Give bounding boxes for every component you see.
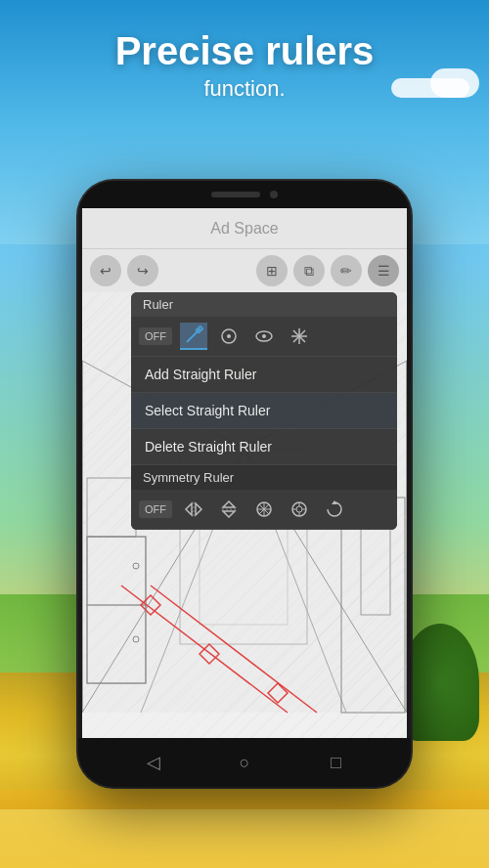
sym-flip-v-button[interactable] (215, 496, 243, 523)
speaker-grille (211, 192, 260, 197)
symmetry-ruler-header: Symmetry Ruler (131, 465, 397, 490)
ad-text: Ad Space (210, 220, 278, 238)
front-camera (270, 191, 278, 198)
copy-button[interactable]: ⧉ (293, 255, 325, 286)
add-straight-ruler-item[interactable]: Add Straight Ruler (131, 357, 397, 393)
phone-top-bar (78, 181, 411, 208)
symmetry-icons-row: OFF (131, 490, 397, 530)
ellipse-ruler-icon (254, 326, 274, 346)
ruler-icons-row: OFF (131, 317, 397, 357)
sym-flip-v-icon (219, 499, 239, 519)
ruler-section-header: Ruler (131, 292, 397, 317)
home-button[interactable]: ○ (233, 751, 256, 774)
heading-title: Precise rulers (0, 29, 489, 72)
radial-ruler-button[interactable] (286, 323, 313, 350)
recent-apps-button[interactable]: □ (324, 751, 347, 774)
svg-point-50 (296, 506, 302, 512)
circle-ruler-icon (219, 326, 239, 346)
svg-point-31 (227, 334, 231, 338)
trees-bg (401, 624, 479, 741)
undo-button[interactable]: ↩ (90, 255, 121, 286)
ellipse-ruler-button[interactable] (250, 323, 278, 350)
radial-ruler-icon (289, 326, 309, 346)
sym-radial-icon (254, 499, 274, 519)
sym-rotate-icon (325, 499, 344, 519)
heading-container: Precise rulers function. (0, 29, 489, 102)
heading-subtitle: function. (0, 76, 489, 102)
phone-frame: Ad Space ↩ ↪ ⊞ ⧉ ✏ ☰ Ruler OFF (78, 181, 411, 787)
layer-button[interactable]: ⊞ (256, 255, 288, 286)
redo-button[interactable]: ↪ (127, 255, 158, 286)
sym-radial-button[interactable] (250, 496, 278, 523)
svg-marker-42 (223, 511, 235, 517)
sym-mandala-icon (289, 499, 309, 519)
sym-flip-h-icon (184, 499, 203, 519)
svg-marker-38 (186, 503, 192, 515)
delete-straight-ruler-item[interactable]: Delete Straight Ruler (131, 429, 397, 465)
phone-screen: Ad Space ↩ ↪ ⊞ ⧉ ✏ ☰ Ruler OFF (82, 208, 407, 738)
ad-space-bar: Ad Space (82, 208, 407, 249)
toolbar: ↩ ↪ ⊞ ⧉ ✏ ☰ (82, 249, 407, 292)
svg-marker-41 (223, 501, 235, 507)
phone-nav-bar: ◁ ○ □ (78, 738, 411, 787)
edit-button[interactable]: ✏ (331, 255, 362, 286)
menu-button[interactable]: ☰ (368, 255, 399, 286)
symmetry-off-button[interactable]: OFF (139, 500, 172, 518)
pencil-ruler-icon (184, 326, 203, 345)
sym-flip-h-button[interactable] (180, 496, 207, 523)
select-straight-ruler-item[interactable]: Select Straight Ruler (131, 393, 397, 429)
svg-line-28 (187, 328, 200, 342)
svg-point-33 (262, 334, 266, 338)
svg-marker-39 (196, 503, 201, 515)
back-button[interactable]: ◁ (142, 751, 165, 774)
pencil-ruler-button[interactable] (180, 323, 207, 350)
circle-ruler-button[interactable] (215, 323, 243, 350)
sym-rotate-button[interactable] (321, 496, 348, 523)
sym-mandala-button[interactable] (286, 496, 313, 523)
ruler-dropdown-menu: Ruler OFF (131, 292, 397, 530)
ruler-off-button[interactable]: OFF (139, 327, 172, 345)
